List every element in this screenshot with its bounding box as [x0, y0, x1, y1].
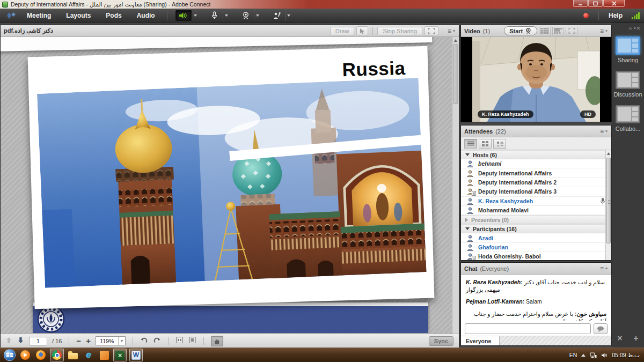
- zoom-level-select[interactable]: 119%: [96, 336, 126, 345]
- sync-button[interactable]: Sync: [429, 336, 453, 346]
- adobe-connect-icon[interactable]: ×: [113, 349, 127, 361]
- layout-thumb-discussion[interactable]: [616, 71, 640, 89]
- office-icon[interactable]: [98, 349, 111, 361]
- word-icon[interactable]: W: [129, 349, 143, 361]
- slide-page: Russia: [28, 46, 435, 309]
- page-number-input[interactable]: [29, 337, 47, 345]
- clock[interactable]: 05:09 ب.ظ: [612, 352, 640, 358]
- raise-hand-menu-caret[interactable]: [285, 10, 292, 21]
- attendees-pod-options-menu[interactable]: ≡: [600, 128, 608, 135]
- attendee-row[interactable]: Deputy International Affairs: [461, 168, 611, 178]
- windows-start-icon[interactable]: [3, 349, 16, 361]
- document-viewport[interactable]: Russia: [1, 37, 459, 334]
- chat-pod-options-menu[interactable]: ≡: [600, 265, 608, 272]
- firefox-icon[interactable]: [34, 349, 47, 361]
- stop-sharing-button[interactable]: Stop Sharing: [377, 27, 422, 35]
- microphone-menu-caret[interactable]: [223, 10, 230, 21]
- zoom-in-button[interactable]: +: [86, 337, 91, 345]
- attendee-status-view-icon[interactable]: [493, 139, 506, 149]
- document-scrollbar[interactable]: [452, 37, 459, 334]
- fullscreen-button[interactable]: [425, 26, 438, 35]
- maximize-button[interactable]: [588, 0, 603, 7]
- speaker-view-icon[interactable]: [552, 27, 564, 35]
- attendee-row[interactable]: Deputy International Affairs 3: [461, 187, 611, 196]
- attendee-row[interactable]: Hoda Ghoreishy- Babol: [461, 252, 611, 260]
- chat-input[interactable]: [465, 323, 591, 334]
- zoom-out-button[interactable]: −: [76, 337, 81, 345]
- volume-icon[interactable]: [601, 352, 608, 358]
- share-pod-options-menu[interactable]: ≡: [448, 27, 456, 35]
- minimize-button[interactable]: [573, 0, 588, 7]
- system-tray: EN 05:09 ب.ظ: [569, 352, 644, 358]
- scrollbar-thumb[interactable]: [453, 45, 458, 104]
- chat-message: سیاوش خون: با عرض سلام واحترام خدمت حضار…: [466, 310, 606, 321]
- show-hidden-icons[interactable]: [581, 354, 586, 357]
- menu-pods[interactable]: Pods: [98, 9, 129, 23]
- attendee-row[interactable]: K. Reza Kashyzadeh: [461, 197, 611, 206]
- webcam-button[interactable]: [238, 10, 254, 21]
- scrollbar-thumb[interactable]: [606, 158, 611, 243]
- explorer-icon[interactable]: [67, 349, 79, 361]
- pointer-tool-button[interactable]: [356, 26, 368, 35]
- scroll-up-icon[interactable]: [606, 150, 611, 157]
- rotate-ccw-button[interactable]: [140, 336, 148, 346]
- attendee-grid-view-icon[interactable]: [479, 139, 492, 149]
- attendee-name: Deputy International Affairs 2: [478, 179, 557, 186]
- menu-layouts[interactable]: Layouts: [58, 9, 98, 23]
- webcam-name-label: K. Reza Kashyzadeh: [478, 110, 533, 118]
- layout-thumb-collabo[interactable]: [616, 105, 640, 123]
- filmstrip-view-icon[interactable]: [539, 27, 551, 35]
- add-layout-icon[interactable]: +: [633, 334, 638, 343]
- video-pod-title: Video: [464, 28, 480, 34]
- video-pod: Video (1) Start ≡: [460, 25, 612, 122]
- menubar-divider: [167, 11, 167, 20]
- layout-thumb-sharing[interactable]: [616, 36, 640, 55]
- chrome-icon[interactable]: [50, 349, 64, 361]
- attendee-row[interactable]: Mohammad Molavi: [461, 206, 611, 215]
- language-indicator[interactable]: EN: [569, 352, 577, 358]
- speaker-button[interactable]: [175, 10, 192, 21]
- layouts-close-icon[interactable]: ×: [636, 25, 640, 32]
- start-webcam-button[interactable]: Start: [504, 26, 537, 35]
- attendees-pod-count: (22): [495, 128, 506, 135]
- menu-audio[interactable]: Audio: [129, 9, 163, 23]
- header-divider: [443, 27, 443, 35]
- chat-message: Pejman Lotfi-Kamran: Salam: [466, 298, 606, 305]
- internet-explorer-icon[interactable]: e: [82, 349, 95, 361]
- chat-pod-title: Chat: [464, 265, 477, 272]
- attendee-row[interactable]: Deputy International Affairs 2: [461, 178, 611, 187]
- pan-tool-button[interactable]: [211, 336, 223, 346]
- close-button[interactable]: [603, 0, 625, 7]
- webcam-menu-caret[interactable]: [254, 10, 261, 21]
- scroll-up-icon[interactable]: [452, 37, 459, 43]
- attendee-group-header[interactable]: Hosts (6): [461, 150, 611, 159]
- raise-hand-button[interactable]: [269, 10, 285, 21]
- attendee-row[interactable]: Azadi: [461, 233, 611, 242]
- microphone-button[interactable]: [207, 10, 223, 21]
- attendee-row[interactable]: behnami: [461, 159, 611, 168]
- chat-tab-everyone[interactable]: Everyone: [461, 336, 500, 345]
- attendee-row[interactable]: Ghafourian: [461, 243, 611, 252]
- chat-tab-bar: Everyone: [461, 336, 611, 345]
- help-menu[interactable]: Help: [603, 12, 628, 19]
- attendee-group-header[interactable]: Participants (16): [461, 224, 611, 233]
- attendee-group-header[interactable]: Presenters (0): [461, 215, 611, 224]
- fit-width-button[interactable]: [175, 336, 184, 346]
- zoom-caret-icon[interactable]: [118, 337, 125, 345]
- attendees-scrollbar[interactable]: [605, 150, 611, 260]
- page-down-button[interactable]: [17, 336, 24, 346]
- speaker-menu-caret[interactable]: [192, 10, 199, 21]
- draw-button[interactable]: Draw: [330, 27, 355, 35]
- send-message-button[interactable]: [594, 323, 608, 334]
- media-player-icon[interactable]: [19, 349, 32, 361]
- video-pod-options-menu[interactable]: ≡: [600, 27, 608, 35]
- page-up-button[interactable]: [5, 336, 12, 346]
- delete-layout-icon[interactable]: ×: [617, 334, 622, 343]
- attendee-list-view-icon[interactable]: [464, 139, 477, 149]
- video-fullscreen-icon[interactable]: [566, 27, 577, 35]
- network-icon[interactable]: [590, 352, 597, 358]
- menu-meeting[interactable]: Meeting: [19, 9, 58, 23]
- fit-page-button[interactable]: [188, 336, 196, 346]
- layouts-options-menu[interactable]: ≡: [628, 25, 636, 32]
- rotate-cw-button[interactable]: [153, 336, 161, 346]
